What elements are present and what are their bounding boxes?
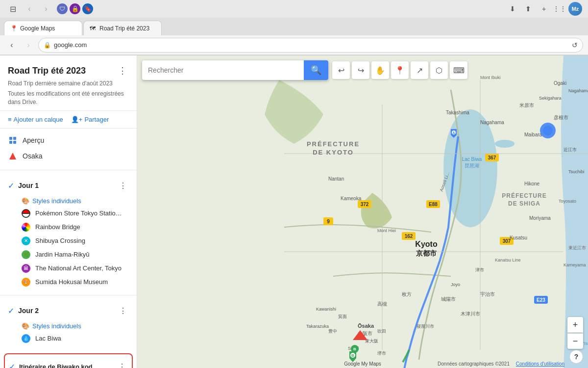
shibuya-icon: ✕ bbox=[22, 237, 30, 245]
day1-title: Jour 1 bbox=[18, 182, 39, 189]
svg-text:城陽市: 城陽市 bbox=[441, 296, 456, 302]
overview-label: Aperçu bbox=[23, 136, 44, 144]
map-shape-button[interactable]: ⬡ bbox=[430, 61, 448, 79]
tab-roadtrip[interactable]: 🗺 Road Trip été 2023 bbox=[83, 21, 162, 35]
itinerary-more-button[interactable]: ⋮ bbox=[116, 360, 128, 368]
map-search-input[interactable] bbox=[142, 66, 304, 74]
svg-text:Kameoka: Kameoka bbox=[341, 196, 362, 201]
day2-more-button[interactable]: ⋮ bbox=[117, 304, 129, 317]
map-search-bar: 🔍 bbox=[142, 60, 328, 80]
lock-icon: 🔒 bbox=[44, 42, 51, 49]
svg-text:東大阪: 東大阪 bbox=[365, 339, 378, 343]
itinerary-check-icon: ✓ bbox=[9, 362, 15, 368]
vpn-icon: 🔒 bbox=[70, 3, 80, 14]
share-label: Partager bbox=[84, 116, 109, 123]
map-area[interactable]: E88 162 372 367 307 9 PRÉFECTURE DE KYOT… bbox=[137, 55, 588, 368]
svg-marker-4 bbox=[9, 153, 16, 159]
map-pan-button[interactable]: ✋ bbox=[371, 61, 389, 79]
map-terms[interactable]: Conditions d'utilisation bbox=[516, 361, 564, 367]
shibuya-label: Shibuya Crossing bbox=[35, 237, 85, 244]
svg-text:Moriyama: Moriyama bbox=[529, 215, 551, 221]
svg-text:Tsuchibi: Tsuchibi bbox=[568, 169, 585, 174]
map-text-button[interactable]: ⌨ bbox=[450, 61, 467, 79]
tab-maps-label: Google Maps bbox=[20, 25, 76, 32]
svg-text:Kusatsu: Kusatsu bbox=[510, 235, 527, 240]
map-undo-button[interactable]: ↩ bbox=[332, 61, 350, 79]
svg-text:東近江市: 東近江市 bbox=[568, 245, 586, 250]
share-button[interactable]: 👤+ Partager bbox=[71, 116, 109, 123]
download-button[interactable]: ⬇ bbox=[506, 2, 519, 16]
day2-header: ✓ Jour 2 ⋮ bbox=[0, 301, 137, 320]
tab-maps[interactable]: 📍 Google Maps bbox=[4, 21, 82, 35]
sidebar-save-note: Toutes les modifications ont été enregis… bbox=[8, 90, 129, 106]
share-button[interactable]: ⬆ bbox=[521, 2, 535, 16]
zoom-out-button[interactable]: − bbox=[567, 333, 583, 349]
svg-point-69 bbox=[543, 126, 553, 135]
day1-styles-button[interactable]: 🎨 Styles individuels bbox=[0, 195, 89, 207]
osaka-marker-icon bbox=[8, 151, 18, 161]
rainbow-item[interactable]: Rainbow Bridge bbox=[0, 220, 137, 234]
map-redo-button[interactable]: ↪ bbox=[352, 61, 369, 79]
pokemon-item[interactable]: Pokémon Store Tokyo Statio… bbox=[0, 207, 137, 220]
day2-styles-button[interactable]: 🎨 Styles individuels bbox=[0, 320, 89, 332]
sumida-item[interactable]: 🎨 Sumida Hokusai Museum bbox=[0, 275, 137, 289]
svg-text:豊中: 豊中 bbox=[328, 329, 337, 334]
map-zoom-controls: + − bbox=[567, 317, 583, 349]
nav-forward-button[interactable]: › bbox=[39, 2, 53, 16]
grid-button[interactable]: ⋮⋮ bbox=[553, 2, 566, 16]
osaka-item[interactable]: Osaka bbox=[0, 148, 137, 164]
toolbar-forward-button[interactable]: › bbox=[22, 38, 35, 52]
svg-text:琵琶湖: 琵琶湖 bbox=[465, 163, 479, 168]
search-icon: 🔍 bbox=[311, 65, 321, 76]
add-layer-button[interactable]: ≡ Ajouter un calque bbox=[8, 116, 63, 123]
svg-text:Nantan: Nantan bbox=[328, 176, 344, 182]
nav-back-button[interactable]: ‹ bbox=[23, 2, 36, 16]
address-input[interactable] bbox=[54, 41, 569, 49]
svg-text:Lac Biwa: Lac Biwa bbox=[462, 157, 482, 162]
national-item[interactable]: 🏛 The National Art Center, Tokyo bbox=[0, 262, 137, 275]
hama-icon: 🌿 bbox=[22, 250, 30, 259]
address-bar-container: 🔒 ↺ bbox=[38, 38, 583, 53]
user-avatar[interactable]: Mz bbox=[568, 2, 582, 16]
svg-text:堺市: 堺市 bbox=[377, 351, 386, 356]
svg-text:B: B bbox=[351, 353, 354, 358]
browser-titlebar: ⊟ ‹ › 🛡 🔒 🔖 ⬇ ⬆ + ⋮⋮ Mz bbox=[0, 0, 588, 18]
copyright-text: Données cartographiques ©2021 bbox=[438, 361, 510, 367]
sidebar-toggle-button[interactable]: ⊟ bbox=[6, 2, 20, 16]
new-tab-button[interactable]: + bbox=[537, 2, 551, 16]
extension-icon: 🔖 bbox=[82, 3, 93, 14]
shibuya-item[interactable]: ✕ Shibuya Crossing bbox=[0, 234, 137, 248]
map-search-button[interactable]: 🔍 bbox=[304, 60, 328, 80]
overview-item[interactable]: Aperçu bbox=[0, 132, 137, 148]
map-help-button[interactable]: ? bbox=[569, 350, 583, 364]
svg-text:DE SHIGA: DE SHIGA bbox=[508, 200, 540, 207]
lac-biwa-item[interactable]: 💧 Lac Biwa bbox=[0, 332, 137, 345]
map-attribution: Google My Maps bbox=[344, 361, 381, 367]
toolbar-back-button[interactable]: ‹ bbox=[5, 38, 19, 52]
sidebar-title: Road Trip été 2023 bbox=[8, 66, 86, 76]
day1-more-button[interactable]: ⋮ bbox=[117, 179, 129, 192]
museum-icon: 🎨 bbox=[22, 278, 30, 287]
zoom-in-button[interactable]: + bbox=[567, 317, 583, 333]
map-path-button[interactable]: ↗ bbox=[411, 61, 428, 79]
hama-item[interactable]: 🌿 Jardin Hama-Rikyū bbox=[0, 248, 137, 262]
day2-styles-icon: 🎨 bbox=[22, 322, 29, 330]
svg-text:Kawanishi: Kawanishi bbox=[316, 307, 336, 312]
svg-text:Takashima: Takashima bbox=[446, 110, 469, 115]
svg-text:A: A bbox=[452, 131, 455, 134]
svg-text:彦根市: 彦根市 bbox=[554, 115, 568, 120]
reload-icon[interactable]: ↺ bbox=[572, 41, 578, 49]
svg-text:津市: 津市 bbox=[475, 267, 484, 272]
svg-text:Kanatsu Line: Kanatsu Line bbox=[495, 258, 521, 263]
svg-text:Kyoto: Kyoto bbox=[415, 240, 438, 248]
map-marker-button[interactable]: 📍 bbox=[391, 61, 409, 79]
rainbow-icon bbox=[22, 223, 30, 232]
day2-check-icon: ✓ bbox=[8, 306, 14, 315]
day1-check-icon: ✓ bbox=[8, 181, 14, 190]
svg-rect-1 bbox=[13, 137, 16, 140]
svg-text:近江市: 近江市 bbox=[564, 147, 577, 152]
tab-roadtrip-label: Road Trip été 2023 bbox=[99, 25, 155, 32]
day2-title: Jour 2 bbox=[18, 307, 39, 315]
svg-text:E88: E88 bbox=[429, 202, 438, 207]
sidebar-more-button[interactable]: ⋮ bbox=[116, 63, 129, 78]
